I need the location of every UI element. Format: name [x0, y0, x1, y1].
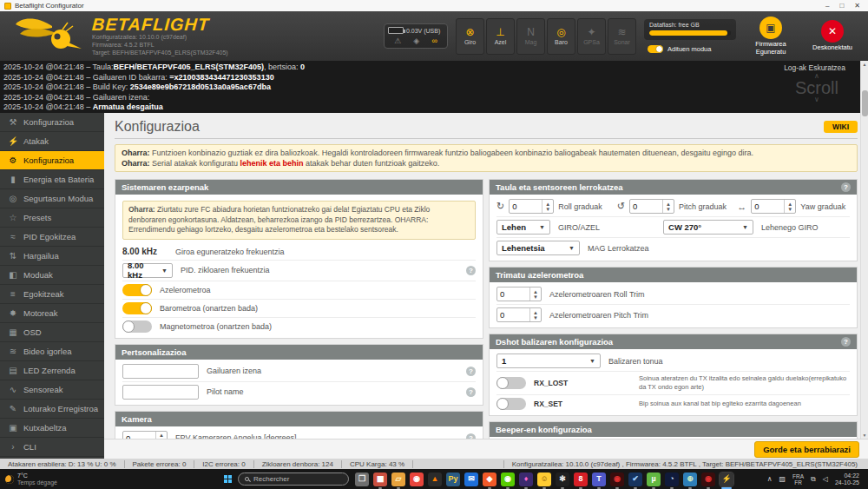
sidebar-item[interactable]: ◧ Moduak: [0, 266, 104, 285]
help-icon[interactable]: ?: [466, 266, 476, 275]
monitor-icon[interactable]: ⧉: [811, 475, 816, 484]
tray-photos-icon[interactable]: ▨: [779, 475, 786, 483]
craft-name-input[interactable]: [122, 364, 199, 379]
sidebar-item[interactable]: ▣ Kutxabeltza: [0, 419, 104, 438]
taskbar-app-icon[interactable]: ◆: [483, 472, 496, 486]
sensor-toggle[interactable]: [122, 320, 152, 333]
start-button[interactable]: [224, 475, 232, 483]
tray-chevron-icon[interactable]: ∧: [767, 475, 773, 483]
status-segment: Pakete errorea: 0: [125, 460, 195, 468]
first-gyro-select[interactable]: CW 270°▼: [663, 220, 753, 235]
taskbar-app-icon[interactable]: ◉: [501, 472, 515, 486]
degrees-input[interactable]: 0 ▲▼: [629, 199, 674, 214]
sidebar-item[interactable]: ▮ Energia eta Bateria: [0, 170, 104, 189]
battery-icon: [388, 27, 404, 34]
rotation-axis-icon: ↺: [617, 201, 625, 212]
port-status-icon: ◈: [413, 36, 419, 45]
pid-frequency-select[interactable]: 8.00 kHz▼: [122, 263, 173, 278]
spinner-arrows-icon[interactable]: ▲▼: [529, 308, 541, 321]
spinner-arrows-icon[interactable]: ▲▼: [784, 200, 795, 213]
expert-mode-toggle[interactable]: [648, 45, 663, 53]
sensor-status-group: ⊗ Giro ⊥ Azel N Mag ◎ B: [456, 18, 636, 55]
sensor-toggle-row: Azelerometroa: [122, 281, 476, 300]
sidebar-item[interactable]: ⚡ Atakak: [0, 132, 104, 151]
trim-input[interactable]: 0 ▲▼: [496, 307, 542, 322]
taskbar-app-icon[interactable]: Py: [446, 472, 460, 486]
speaker-icon[interactable]: ◁: [823, 475, 828, 483]
scrollbar-thumb[interactable]: [862, 90, 868, 116]
taskbar-app-icon[interactable]: ◉: [410, 472, 424, 486]
sidebar-item[interactable]: ✎ Loturako Erregistroa: [0, 400, 104, 419]
spinner-arrows-icon[interactable]: ▲▼: [662, 200, 674, 213]
taskbar-app-icon[interactable]: ⚡: [720, 472, 733, 486]
weather-widget[interactable]: 7°C Temps dégagé: [5, 472, 89, 486]
disconnect-button[interactable]: ✕ Deskonektatu: [806, 20, 859, 52]
content-footer: Gorde eta berrabiarazi: [104, 439, 868, 459]
sidebar-item[interactable]: ∿ Sensoreak: [0, 380, 104, 400]
sidebar-item[interactable]: ✸ Motoreak: [0, 304, 104, 323]
sidebar-item[interactable]: › CLI: [0, 438, 104, 457]
taskbar-app-icon[interactable]: ✻: [556, 472, 569, 486]
spinner-arrows-icon[interactable]: ▲▼: [529, 287, 541, 301]
taskbar-app-icon[interactable]: ❒: [355, 472, 369, 486]
sidebar-item[interactable]: ≈ PID Egokitzea: [0, 228, 104, 247]
sidebar-item[interactable]: ⚙ Konfigurazioa: [0, 151, 104, 170]
taskbar-app-icon[interactable]: 8: [574, 472, 588, 486]
save-and-reboot-button[interactable]: Gorde eta berrabiarazi: [754, 441, 859, 458]
help-icon[interactable]: ?: [841, 337, 851, 347]
firmware-flasher-button[interactable]: ▣ Firmwarea Eguneratu: [744, 17, 798, 56]
sidebar-item[interactable]: ≋ Bideo igorlea: [0, 342, 104, 361]
log-line: 2025-10-24 @04:21:48 – Gailuaren ID baka…: [3, 73, 856, 83]
taskbar-app-icon[interactable]: ◔: [665, 472, 679, 486]
minimize-icon[interactable]: –: [825, 2, 829, 10]
close-icon[interactable]: ✕: [854, 2, 860, 10]
trim-input[interactable]: 0 ▲▼: [496, 287, 542, 301]
pilot-name-input[interactable]: [122, 385, 199, 400]
sidebar-item[interactable]: ◎ Segurtasun Modua: [0, 189, 104, 208]
taskbar-app-icon[interactable]: ♦: [519, 472, 533, 486]
scrollbar-up-icon[interactable]: ▲: [861, 62, 868, 67]
degrees-input[interactable]: 0 ▲▼: [509, 199, 554, 214]
camera-angle-input[interactable]: 0 ▲▼: [122, 431, 168, 439]
maximize-icon[interactable]: □: [839, 2, 844, 10]
taskbar-app-icon[interactable]: ▦: [373, 472, 387, 486]
sidebar-item[interactable]: ≡ Egokitzeak: [0, 285, 104, 304]
sidebar-item[interactable]: ⇅ Hargailua: [0, 247, 104, 266]
content-scrollbar[interactable]: ▲ ▼: [860, 61, 868, 439]
firmware-version: Firmwarea: 4.5.2 BTFL: [92, 41, 228, 49]
sensor-toggle[interactable]: [122, 302, 152, 314]
spinner-arrows-icon[interactable]: ▲▼: [542, 200, 553, 213]
sidebar-item[interactable]: ⚒ Konfigurazioa: [0, 113, 104, 132]
taskbar-app-icon[interactable]: T: [592, 472, 606, 486]
taskbar-app-icon[interactable]: ⊕: [683, 472, 697, 486]
degrees-input[interactable]: 0 ▲▼: [751, 199, 796, 214]
pid-frequency-row: 8.00 kHz▼ PID. zikloaren frekuentzia ?: [122, 261, 476, 281]
taskbar-app-icon[interactable]: ✉: [464, 472, 478, 486]
taskbar-app-icon[interactable]: ☺: [537, 472, 551, 486]
taskbar-app-icon[interactable]: ◉: [610, 472, 624, 486]
taskbar-app-icon[interactable]: ◉: [701, 472, 715, 486]
sidebar-item[interactable]: ▦ OSD: [0, 323, 104, 342]
wiki-button[interactable]: WIKI: [824, 121, 858, 133]
taskbar-app-icon[interactable]: ▲: [428, 472, 442, 486]
taskbar-app-icon[interactable]: ✔: [628, 472, 642, 486]
language-switcher[interactable]: FRA FR: [792, 473, 804, 486]
beacon-condition-toggle[interactable]: [496, 377, 526, 389]
show-log-link[interactable]: Log-ak Eskuratzea: [784, 63, 845, 72]
help-icon[interactable]: ?: [466, 367, 476, 376]
taskbar-app-icon[interactable]: µ: [647, 472, 661, 486]
mag-align-select[interactable]: Lehenetsia▼: [496, 241, 580, 255]
gyro-align-select[interactable]: Lehen▼: [496, 220, 550, 235]
sensor-toggle[interactable]: [122, 284, 152, 296]
spinner-arrows-icon[interactable]: ▲▼: [155, 432, 167, 439]
help-icon[interactable]: ?: [466, 387, 476, 397]
sidebar-item[interactable]: ☆ Presets: [0, 208, 104, 228]
taskbar-search[interactable]: Rechercher: [238, 472, 349, 486]
sidebar-item[interactable]: ▤ LED Zerrenda: [0, 361, 104, 380]
scrollbar-down-icon[interactable]: ▼: [861, 433, 868, 438]
help-icon[interactable]: ?: [841, 182, 851, 192]
taskbar-clock[interactable]: 04:22 24-10-25: [835, 472, 859, 486]
taskbar-app-icon[interactable]: ▱: [391, 472, 405, 486]
beacon-condition-toggle[interactable]: [496, 398, 526, 410]
beacon-tone-select[interactable]: 1▼: [496, 354, 601, 368]
